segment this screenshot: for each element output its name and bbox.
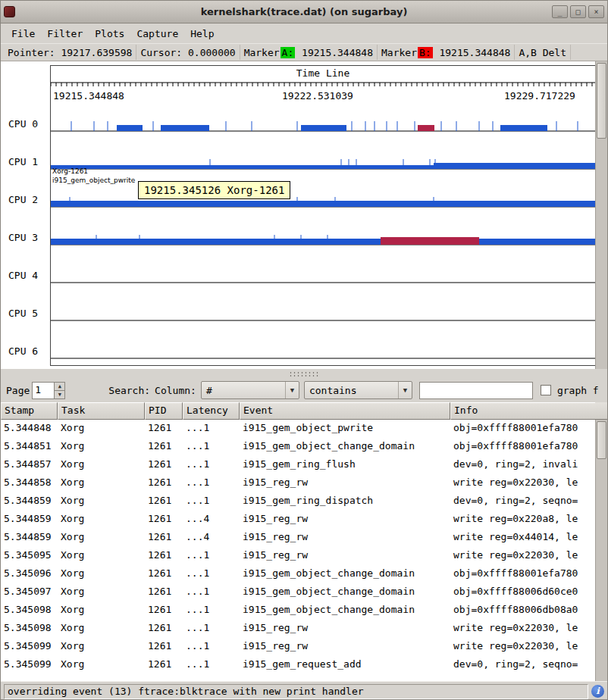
page-value[interactable]: 1 [33, 383, 54, 398]
table-cell: ...1 [183, 474, 240, 492]
table-cell: Xorg [58, 456, 145, 474]
list-scrollbar-thumb[interactable] [597, 421, 606, 459]
table-cell: 5.345097 [1, 583, 58, 602]
table-row[interactable]: 5.344859Xorg1261...4i915_reg_rwwrite reg… [1, 511, 597, 529]
column-header-latency[interactable]: Latency [183, 402, 240, 420]
search-label: Search: [106, 385, 152, 396]
table-row[interactable]: 5.345099Xorg1261...1i915_reg_rwwrite reg… [1, 638, 597, 656]
table-cell: ...1 [183, 456, 240, 474]
maximize-button[interactable]: □ [570, 5, 586, 18]
marker-b-tag: B: [418, 47, 433, 58]
pane-splitter[interactable] [1, 369, 607, 378]
table-row[interactable]: 5.345096Xorg1261...1i915_gem_object_chan… [1, 565, 597, 583]
menu-capture[interactable]: Capture [130, 26, 184, 42]
table-row[interactable]: 5.344848Xorg1261...1i915_gem_object_pwri… [1, 420, 597, 438]
timeline-timestamp: 19215.344848 [53, 90, 124, 102]
table-row[interactable]: 5.344858Xorg1261...1i915_reg_rwwrite reg… [1, 474, 597, 492]
column-select[interactable]: # ▼ [201, 381, 299, 399]
list-scrollbar[interactable] [595, 420, 607, 681]
table-cell: 1261 [145, 438, 183, 456]
table-cell: ...1 [183, 420, 240, 438]
delta-label: A,B Delt [519, 47, 566, 58]
cpu-label-cpu-2: CPU 2 [8, 194, 38, 206]
spin-up-icon[interactable]: ▲ [55, 383, 64, 390]
table-cell: ...4 [183, 529, 240, 547]
timeline-timestamp: 19229.717229 [504, 90, 575, 102]
column-header-event[interactable]: Event [240, 402, 450, 420]
cursor-stat: Cursor: 0.000000 [136, 45, 240, 60]
table-row[interactable]: 5.344859Xorg1261...4i915_reg_rwwrite reg… [1, 529, 597, 547]
menu-bar: FileFilterPlotsCaptureHelp [1, 23, 607, 43]
task-bar[interactable] [51, 239, 595, 245]
table-body: 5.344848Xorg1261...1i915_gem_object_pwri… [1, 420, 597, 681]
table-cell: 1261 [145, 456, 183, 474]
match-select[interactable]: contains ▼ [304, 381, 412, 399]
table-cell: write reg=0x44014, le [450, 529, 597, 547]
column-header-task[interactable]: Task [58, 402, 145, 420]
cpu-label-cpu-3: CPU 3 [8, 232, 38, 244]
menu-help[interactable]: Help [184, 26, 220, 42]
graph-scrollbar-thumb[interactable] [597, 63, 606, 139]
column-header-pid[interactable]: PID [145, 402, 183, 420]
graph-follows-checkbox[interactable] [541, 385, 551, 395]
minimize-button[interactable]: _ [552, 5, 568, 18]
task-bar[interactable] [500, 125, 547, 131]
column-select-value: # [202, 385, 285, 396]
task-label: Xorg-1261 [52, 167, 88, 175]
table-row[interactable]: 5.345095Xorg1261...1i915_reg_rwwrite reg… [1, 547, 597, 565]
table-cell: ...1 [183, 638, 240, 656]
cursor-value: 0.000000 [188, 47, 236, 58]
marker-a-stat: MarkerA: 19215.344848 [240, 45, 378, 60]
table-cell: i915_gem_object_change_domain [240, 565, 450, 583]
table-cell: 1261 [145, 638, 183, 656]
marker-a-value: 19215.344848 [302, 47, 373, 58]
spin-down-icon[interactable]: ▼ [55, 390, 64, 398]
menu-filter[interactable]: Filter [41, 26, 89, 42]
table-cell: Xorg [58, 565, 145, 583]
pointer-value: 19217.639598 [61, 47, 132, 58]
timeline-plot-svg[interactable]: Time Line19215.34484819222.53103919229.7… [51, 66, 595, 365]
page-spinbox[interactable]: 1 ▲ ▼ [32, 382, 65, 399]
table-cell: write reg=0x22030, le [450, 547, 597, 565]
table-cell: 5.345098 [1, 602, 58, 620]
menu-file[interactable]: File [5, 26, 41, 42]
table-row[interactable]: 5.345097Xorg1261...1i915_gem_object_chan… [1, 583, 597, 602]
menu-plots[interactable]: Plots [89, 26, 130, 42]
table-cell: i915_gem_object_pwrite [240, 420, 450, 438]
table-row[interactable]: 5.344857Xorg1261...1i915_gem_ring_flushd… [1, 456, 597, 474]
timeline-plot[interactable]: Time Line19215.34484819222.53103919229.7… [50, 65, 596, 366]
splitter-handle-icon [289, 371, 319, 377]
table-row[interactable]: 5.345099Xorg1261...1i915_gem_request_add… [1, 656, 597, 674]
graph-tooltip: 19215.345126 Xorg-1261 [138, 181, 290, 199]
table-row[interactable]: 5.344859Xorg1261...1i915_gem_ring_dispat… [1, 492, 597, 511]
task-bar[interactable] [161, 125, 209, 131]
table-row[interactable]: 5.345098Xorg1261...1i915_gem_object_chan… [1, 602, 597, 620]
table-cell: 1261 [145, 529, 183, 547]
task-bar[interactable] [301, 125, 346, 131]
table-cell: Xorg [58, 620, 145, 638]
table-row[interactable]: 5.344851Xorg1261...1i915_gem_object_chan… [1, 438, 597, 456]
graph-scrollbar[interactable] [595, 61, 607, 369]
table-cell: dev=0, ring=2, seqno= [450, 492, 597, 511]
search-input[interactable] [419, 382, 533, 399]
delta-stat: A,B Delt [515, 45, 571, 60]
header-filler [595, 402, 607, 420]
table-row[interactable]: 5.345098Xorg1261...1i915_reg_rwwrite reg… [1, 620, 597, 638]
table-cell: obj=0xffff88006d60ce0 [450, 583, 597, 602]
task-bar[interactable] [381, 237, 479, 245]
task-bar[interactable] [117, 125, 143, 131]
column-header-info[interactable]: Info [450, 402, 597, 420]
task-bar[interactable] [434, 163, 595, 169]
info-icon[interactable]: i [591, 685, 604, 698]
marker-b-stat: MarkerB: 19215.344848 [378, 45, 515, 60]
status-bar: overriding event (13) ftrace:blktrace wi… [1, 681, 607, 700]
table-cell: ...1 [183, 565, 240, 583]
match-select-value: contains [305, 385, 398, 396]
cpu-label-cpu-4: CPU 4 [8, 270, 38, 282]
task-bar[interactable] [51, 201, 595, 207]
table-cell: i915_gem_ring_dispatch [240, 492, 450, 511]
column-header-stamp[interactable]: Stamp [1, 402, 58, 420]
title-bar[interactable]: kernelshark(trace.dat) (on sugarbay) _□× [1, 1, 607, 23]
close-button[interactable]: × [588, 5, 604, 18]
task-bar[interactable] [418, 125, 434, 131]
